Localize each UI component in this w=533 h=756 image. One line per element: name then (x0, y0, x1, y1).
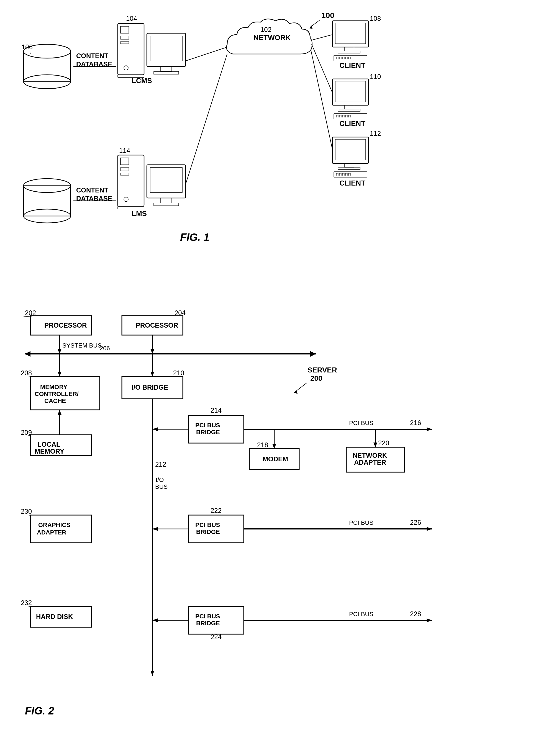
svg-text:202: 202 (25, 309, 36, 316)
svg-text:BRIDGE: BRIDGE (196, 429, 220, 436)
svg-text:CLIENT: CLIENT (339, 179, 365, 187)
svg-text:⊓⊓⊓⊓⊓: ⊓⊓⊓⊓⊓ (336, 56, 351, 60)
svg-rect-51 (23, 185, 70, 216)
svg-text:PCI BUS: PCI BUS (349, 419, 374, 426)
svg-text:110: 110 (370, 73, 381, 80)
svg-marker-94 (151, 349, 154, 354)
svg-rect-35 (335, 81, 366, 102)
fig2-svg: SERVER 200 PROCESSOR 202 PROCESSOR 204 2… (16, 293, 515, 750)
svg-rect-36 (344, 105, 354, 109)
svg-rect-53 (24, 185, 70, 187)
svg-marker-140 (374, 443, 377, 447)
svg-text:BRIDGE: BRIDGE (196, 528, 220, 535)
svg-rect-42 (332, 137, 368, 163)
svg-text:LCMS: LCMS (131, 76, 152, 85)
svg-marker-134 (272, 444, 276, 448)
svg-text:200: 200 (310, 374, 322, 382)
svg-text:ADAPTER: ADAPTER (37, 529, 66, 536)
svg-text:204: 204 (175, 309, 185, 316)
svg-text:PROCESSOR: PROCESSOR (136, 321, 178, 329)
svg-text:BUS: BUS (155, 483, 168, 490)
svg-text:FIG. 2: FIG. 2 (25, 705, 54, 717)
svg-line-77 (295, 383, 307, 392)
svg-rect-12 (118, 23, 144, 75)
svg-rect-27 (335, 23, 366, 44)
svg-text:LMS: LMS (131, 209, 147, 218)
svg-text:209: 209 (21, 429, 32, 436)
svg-text:NETWORK: NETWORK (253, 34, 291, 42)
svg-text:216: 216 (410, 419, 421, 426)
svg-text:214: 214 (210, 407, 222, 414)
svg-text:112: 112 (370, 130, 381, 137)
svg-rect-14 (121, 36, 129, 39)
svg-rect-43 (335, 139, 366, 160)
svg-text:218: 218 (257, 441, 268, 448)
svg-text:208: 208 (21, 369, 32, 377)
svg-text:100: 100 (322, 11, 334, 20)
svg-rect-66 (154, 203, 179, 206)
svg-text:ADAPTER: ADAPTER (354, 459, 386, 466)
svg-rect-28 (344, 47, 354, 51)
svg-rect-65 (161, 198, 172, 203)
svg-text:I/O: I/O (156, 476, 164, 483)
svg-marker-114 (58, 410, 62, 415)
svg-marker-78 (294, 391, 297, 394)
svg-marker-164 (427, 618, 432, 622)
svg-text:210: 210 (173, 369, 184, 377)
svg-text:102: 102 (260, 26, 271, 33)
svg-line-71 (185, 54, 227, 184)
svg-text:MEMORY: MEMORY (40, 384, 68, 391)
svg-line-72 (312, 35, 332, 40)
svg-text:104: 104 (126, 15, 137, 22)
svg-marker-90 (310, 351, 316, 357)
svg-text:CONTENT: CONTENT (76, 186, 108, 194)
svg-rect-63 (147, 165, 185, 198)
svg-rect-58 (121, 158, 129, 165)
svg-marker-102 (58, 372, 62, 377)
svg-rect-44 (344, 163, 354, 167)
svg-rect-62 (118, 206, 144, 209)
svg-text:CACHE: CACHE (44, 397, 66, 404)
svg-text:PCI BUS: PCI BUS (349, 610, 374, 617)
svg-rect-20 (161, 67, 172, 71)
svg-marker-173 (151, 671, 154, 676)
svg-marker-162 (153, 618, 158, 622)
svg-rect-13 (121, 26, 129, 33)
svg-text:CONTENT: CONTENT (76, 52, 108, 60)
svg-text:BRIDGE: BRIDGE (196, 620, 220, 627)
svg-text:226: 226 (410, 519, 421, 526)
fig2-area: SERVER 200 PROCESSOR 202 PROCESSOR 204 2… (16, 293, 515, 750)
svg-text:106: 106 (22, 43, 33, 51)
svg-rect-45 (338, 167, 360, 170)
svg-text:232: 232 (21, 599, 32, 607)
svg-text:PCI BUS: PCI BUS (195, 613, 220, 620)
svg-marker-89 (25, 351, 31, 357)
svg-text:224: 224 (210, 633, 222, 640)
svg-text:I/O BRIDGE: I/O BRIDGE (131, 384, 168, 391)
svg-rect-15 (121, 41, 129, 44)
svg-text:222: 222 (210, 507, 222, 514)
svg-text:220: 220 (378, 439, 389, 447)
svg-line-74 (311, 50, 332, 149)
svg-text:230: 230 (21, 508, 32, 515)
svg-text:SYSTEM BUS: SYSTEM BUS (62, 342, 102, 349)
svg-rect-26 (332, 21, 368, 47)
svg-point-16 (124, 66, 128, 70)
svg-rect-19 (150, 36, 182, 61)
svg-text:LOCAL: LOCAL (38, 441, 60, 448)
svg-marker-92 (58, 349, 62, 354)
svg-rect-60 (121, 173, 129, 175)
fig1-area: 100 106 CONTENT DATABASE (16, 8, 515, 280)
svg-marker-124 (153, 427, 158, 431)
svg-text:PCI BUS: PCI BUS (195, 522, 220, 528)
svg-rect-59 (121, 168, 129, 171)
svg-text:GRAPHICS: GRAPHICS (38, 522, 70, 528)
svg-marker-107 (151, 372, 154, 377)
svg-marker-146 (153, 527, 158, 531)
svg-rect-64 (150, 168, 182, 193)
svg-text:MEMORY: MEMORY (35, 447, 64, 455)
svg-text:⊓⊓⊓⊓⊓: ⊓⊓⊓⊓⊓ (336, 114, 351, 118)
svg-text:108: 108 (370, 15, 381, 22)
diagram-container: 100 106 CONTENT DATABASE (0, 0, 533, 756)
svg-text:NETWORK: NETWORK (353, 452, 387, 459)
